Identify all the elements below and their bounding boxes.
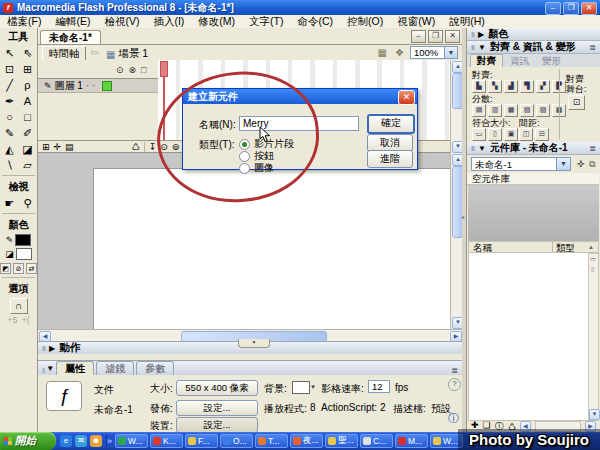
dialog-close-icon[interactable]: ✕ <box>398 90 415 105</box>
layer-outline-color[interactable] <box>102 81 112 91</box>
tool-button[interactable]: ▱ <box>19 157 37 173</box>
narrow-library-view-icon[interactable]: ▯ <box>591 265 594 272</box>
column-type[interactable]: 類型 <box>553 242 588 252</box>
align-button[interactable]: ▜ <box>520 80 534 93</box>
radio-icon[interactable] <box>239 139 250 150</box>
distribute-button[interactable]: ▨ <box>536 104 550 117</box>
distribute-button[interactable]: ▥ <box>488 104 502 117</box>
timeline-vertical-scrollbar[interactable]: ▲ ▼ <box>450 60 462 153</box>
layer-name[interactable]: 圖層 1 <box>55 79 83 93</box>
taskbar-window-button[interactable]: F... <box>185 434 218 448</box>
tab-filters[interactable]: 濾鏡 <box>96 361 134 375</box>
quick-launch-icon[interactable]: ☻ <box>90 435 102 447</box>
taskbar-window-button[interactable]: O... <box>220 434 253 448</box>
tool-button[interactable]: ✐ <box>19 125 37 141</box>
tool-button[interactable]: ✎ <box>1 125 19 141</box>
to-stage-button[interactable]: ⊡ <box>568 95 585 110</box>
taskbar-window-button[interactable]: K... <box>150 434 183 448</box>
fill-color-swatch[interactable] <box>16 248 32 260</box>
layer-header-icon[interactable]: ⊗ <box>129 65 137 75</box>
snap-magnet-button[interactable]: ∩ <box>10 298 28 314</box>
layer-action-icon[interactable]: ✛ <box>54 142 62 152</box>
taskbar-window-button[interactable]: W... <box>115 434 148 448</box>
tool-button[interactable]: ╱ <box>1 77 19 93</box>
stroke-color-swatch[interactable] <box>15 234 31 246</box>
match-size-button[interactable]: ▯ <box>488 128 502 141</box>
menu-item[interactable]: 命令(C) <box>291 15 341 28</box>
tool-button[interactable]: ∖ <box>1 157 19 173</box>
menu-item[interactable]: 文字(T) <box>242 15 290 28</box>
library-document-select[interactable]: 未命名-1 ▼ <box>471 157 571 171</box>
match-size-button[interactable]: ▭ <box>472 128 486 141</box>
symbol-type-option[interactable]: 圖像 <box>239 161 274 175</box>
radio-icon[interactable] <box>239 151 250 162</box>
column-name[interactable]: 名稱 <box>469 242 552 252</box>
quick-launch-icon[interactable]: ✉ <box>75 435 87 447</box>
new-library-window-icon[interactable]: ⧉ <box>589 159 595 170</box>
tool-button[interactable]: ⊞ <box>19 61 37 77</box>
panel-menu-icon[interactable]: ≣ <box>589 43 596 52</box>
menu-item[interactable]: 視窗(W) <box>390 15 442 28</box>
distribute-button[interactable]: ▤ <box>472 104 486 117</box>
align-button[interactable]: ▞ <box>536 80 550 93</box>
tool-button[interactable]: ⚲ <box>19 195 37 211</box>
zoom-combobox[interactable]: 100% ▼ <box>410 46 458 59</box>
tab-properties[interactable]: 屬性 <box>56 361 94 375</box>
onion-icon[interactable]: ⊙ <box>160 142 168 152</box>
layer-action-icon[interactable]: ▤ <box>65 142 74 152</box>
tab-parameters[interactable]: 參數 <box>136 361 174 375</box>
info-icon[interactable]: ⓘ <box>448 411 459 426</box>
align-panel-bar[interactable]: ‖▼ 對齊 & 資訊 & 變形 ≣ <box>467 41 600 54</box>
help-icon[interactable]: ? <box>448 378 461 391</box>
taskbar-window-button[interactable]: C... <box>360 434 393 448</box>
menu-item[interactable]: 編輯(E) <box>48 15 97 28</box>
option-modifier-icon[interactable]: +( <box>22 315 30 325</box>
option-modifier-icon[interactable]: +5 <box>7 315 17 325</box>
stage-vertical-scrollbar[interactable]: ▲ ▼ <box>450 153 462 329</box>
timeline-toggle-button[interactable]: 時間軸 <box>42 46 86 61</box>
distribute-button[interactable]: ▦ <box>504 104 518 117</box>
tool-button[interactable]: ↖ <box>1 45 19 61</box>
layer-row[interactable]: ✎ 圖層 1 · · <box>38 79 158 93</box>
device-settings-button[interactable]: 設定... <box>176 417 258 433</box>
distribute-button[interactable]: ▧ <box>520 104 534 117</box>
align-button[interactable]: ▚ <box>488 80 502 93</box>
tool-button[interactable]: ☛ <box>1 195 19 211</box>
sort-order-icon[interactable]: ▲ <box>588 242 598 252</box>
symbol-name-input[interactable]: Merry <box>239 116 359 131</box>
scene-label[interactable]: 場景 1 <box>118 47 148 61</box>
tool-button[interactable]: ⇖ <box>19 45 37 61</box>
wide-library-view-icon[interactable]: ▭ <box>590 255 596 262</box>
chevron-down-icon[interactable]: ▼ <box>556 158 570 170</box>
size-button[interactable]: 550 x 400 像素 <box>176 380 258 396</box>
delete-layer-icon[interactable]: ♺ <box>132 142 140 152</box>
quick-launch-icon[interactable]: e <box>60 435 72 447</box>
space-button[interactable]: ◫ <box>519 128 533 141</box>
tab-transform[interactable]: 變形 <box>536 55 567 67</box>
tab-info[interactable]: 資訊 <box>504 55 535 67</box>
pin-library-icon[interactable]: ✜ <box>577 159 585 169</box>
ok-button[interactable]: 確定 <box>367 114 415 134</box>
radio-icon[interactable] <box>239 163 250 174</box>
swatch-mini-button[interactable]: ◩ <box>0 263 11 274</box>
match-size-button[interactable]: ▣ <box>504 128 518 141</box>
chevron-down-icon[interactable]: ▼ <box>444 47 457 58</box>
back-arrow-icon[interactable]: ⇦ <box>90 46 99 59</box>
tool-button[interactable]: ρ <box>19 77 37 93</box>
panel-collapse-handle[interactable]: ▼ <box>238 339 270 348</box>
library-panel-bar[interactable]: ‖▼ 元件庫 - 未命名-1 ≣ <box>467 142 600 155</box>
taskbar-window-button[interactable]: T... <box>255 434 288 448</box>
layer-header-icon[interactable]: □ <box>141 65 146 75</box>
minimize-button[interactable]: – <box>545 2 561 15</box>
onion-icon[interactable]: ↧ <box>149 142 157 152</box>
edit-symbol-icon[interactable]: ❖ <box>395 47 404 58</box>
align-button[interactable]: ▟ <box>504 80 518 93</box>
edit-scene-icon[interactable]: ▦ <box>378 47 387 58</box>
align-button[interactable]: ▙ <box>472 80 486 93</box>
doc-close-button[interactable]: ✕ <box>445 30 460 43</box>
layer-action-icon[interactable]: ⊞ <box>42 142 50 152</box>
tool-button[interactable]: ✒ <box>1 93 19 109</box>
swatch-mini-button[interactable]: ⇄ <box>26 263 37 274</box>
library-list[interactable] <box>468 253 589 420</box>
document-tab[interactable]: 未命名-1* <box>40 30 101 45</box>
